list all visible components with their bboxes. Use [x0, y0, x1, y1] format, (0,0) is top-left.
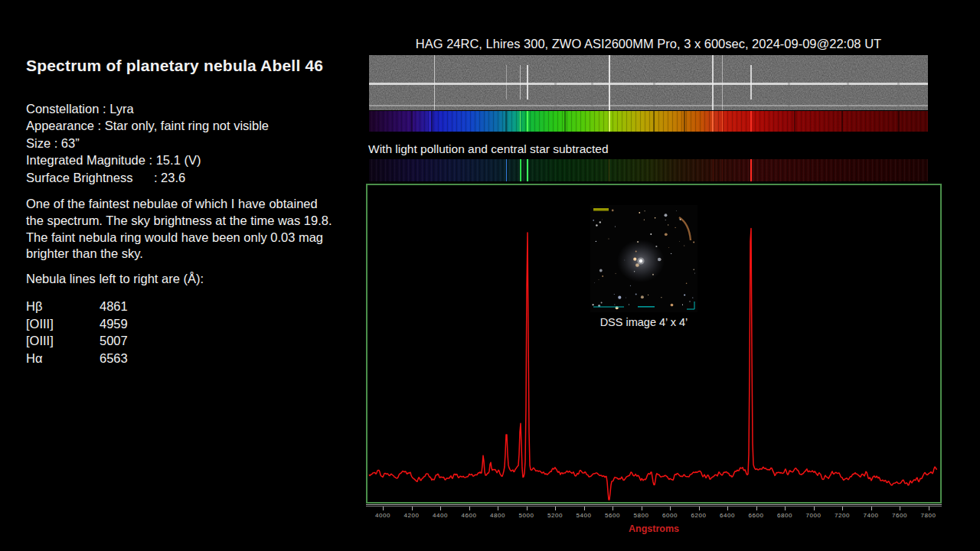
star: [615, 227, 616, 227]
nebula-line-name: [OIII]: [26, 315, 100, 333]
axis-tick-label: 7200: [831, 512, 854, 519]
sky-line: [712, 55, 714, 110]
axis-tick: [871, 507, 872, 510]
axis-tick: [498, 507, 498, 510]
nebula-emission-dash: [520, 65, 521, 99]
axis-tick-label: 6800: [773, 512, 796, 519]
spectral-banding-texture: [369, 159, 928, 181]
axis-tick-label: 5800: [630, 512, 653, 519]
star: [626, 298, 626, 298]
spectrum-chart: DSS image 4’ x 4’: [366, 184, 942, 504]
nebula-line-row: Hα6563: [26, 350, 256, 367]
star: [648, 295, 648, 295]
axis-tick-label: 4000: [371, 512, 394, 519]
faint-sky-band: [653, 55, 655, 110]
page-title: Spectrum of planetary nebula Abell 46: [26, 57, 363, 75]
axis-tick: [842, 507, 843, 510]
dss-caption: DSS image 4’ x 4’: [567, 316, 720, 328]
axis-tick: [900, 507, 900, 510]
star-continuum-trace: [369, 83, 928, 85]
star: [684, 294, 685, 295]
faint-sky-band: [554, 55, 557, 110]
axis-label: Angstroms: [366, 523, 942, 534]
acquisition-title: HAG 24RC, Lhires 300, ZWO ASI2600MM Pro,…: [346, 37, 951, 51]
axis-tick-label: 4600: [458, 512, 481, 519]
axis-tick-label: 5400: [573, 512, 596, 519]
nebula-line-name: Hα: [26, 350, 100, 367]
axis-tick-label: 4400: [429, 512, 452, 519]
axis-tick-label: 7000: [802, 512, 825, 519]
absorption-line: [505, 111, 507, 132]
star: [629, 304, 629, 305]
axis-tick: [727, 507, 728, 510]
axis-tick-label: 7600: [888, 512, 911, 519]
nebula-emission-dash: [750, 65, 752, 99]
faint-sky-band: [788, 55, 790, 110]
nebula-line-wavelength: 5007: [100, 332, 128, 350]
axis-tick-label: 7800: [917, 512, 940, 519]
star: [679, 241, 680, 242]
subtracted-emission-line: [750, 159, 752, 181]
axis-line: [366, 504, 942, 505]
star: [635, 263, 639, 267]
star: [641, 295, 644, 298]
fact-line: Integrated Magnitude : 15.1 (V): [26, 152, 348, 168]
star: [644, 220, 645, 220]
absorption-line: [653, 111, 655, 132]
star: [601, 302, 603, 303]
star: [630, 285, 631, 286]
nebula-lines-heading: Nebula lines left to right are (Å):: [26, 272, 348, 286]
axis-tick: [699, 507, 700, 510]
nebula-line-name: Hβ: [26, 298, 100, 315]
residual-sky-line: [609, 159, 609, 181]
dss-annotation: [638, 306, 655, 308]
star: [661, 259, 662, 260]
nebula-emission-dash: [506, 65, 507, 99]
axis-tick: [584, 507, 585, 510]
axis-tick-label: 7400: [860, 512, 883, 519]
fact-line: Surface Brightness : 23.6: [26, 169, 348, 186]
star: [637, 241, 639, 243]
wavelength-axis: 4000420044004600480050005200540056005800…: [366, 504, 942, 540]
bright-spectral-line: [609, 111, 610, 132]
axis-tick: [412, 507, 413, 510]
axis-tick: [612, 507, 613, 510]
nebula-line-wavelength: 4861: [100, 298, 128, 315]
axis-tick: [929, 507, 929, 510]
star: [635, 250, 637, 252]
star: [665, 233, 668, 236]
nebula-line-row: Hβ4861: [26, 298, 256, 315]
nebula-line-wavelength: 6563: [100, 350, 128, 367]
subtracted-emission-line: [506, 159, 507, 181]
star: [665, 220, 666, 220]
star: [675, 227, 676, 228]
star: [693, 241, 694, 243]
star: [692, 297, 693, 298]
dss-starfield: [590, 205, 697, 312]
star: [644, 210, 645, 211]
nebula-emission-dash: [527, 65, 528, 99]
star: [686, 283, 688, 285]
absorption-line: [411, 111, 413, 132]
dss-inset-image: [590, 205, 697, 312]
star: [650, 233, 652, 235]
star: [668, 224, 668, 225]
axis-tick: [383, 507, 384, 510]
fact-line: Constellation : Lyra: [26, 100, 348, 117]
absorption-line: [841, 111, 843, 132]
bright-spectral-line: [750, 111, 752, 132]
star: [599, 279, 599, 280]
bright-spectral-line: [722, 111, 723, 132]
star: [682, 305, 683, 305]
star: [602, 220, 603, 220]
star: [655, 246, 657, 247]
subtracted-emission-line: [527, 159, 528, 181]
secondary-star-trace: [369, 105, 928, 106]
axis-tick: [469, 507, 470, 510]
star: [671, 253, 671, 254]
axis-tick-label: 5200: [544, 512, 567, 519]
star: [658, 258, 662, 262]
fact-line: Size : 63”: [26, 135, 348, 152]
star: [599, 221, 601, 223]
subtracted-spectrum-strip: [369, 159, 928, 181]
